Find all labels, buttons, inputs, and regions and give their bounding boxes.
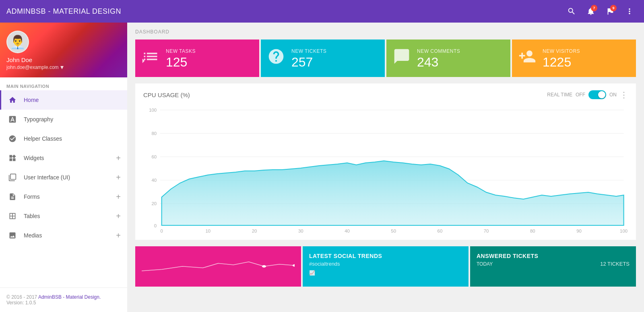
avatar: 👨‍💼 xyxy=(6,31,29,53)
social-trends-subtitle: #socialtrends xyxy=(309,261,462,267)
layout: 👨‍💼 John Doe john.doe@example.com ▾ MAIN… xyxy=(0,23,644,312)
nav-section-label: MAIN NAVIGATION xyxy=(0,77,127,90)
stat-card-tickets: NEW TICKETS 257 xyxy=(261,40,385,77)
bottom-cards: LATEST SOCIAL TRENDS #socialtrends 📈 ANS… xyxy=(135,246,636,287)
tickets-value: 257 xyxy=(291,56,378,69)
svg-text:0: 0 xyxy=(160,229,163,233)
answered-tickets-title: ANSWERED TICKETS xyxy=(477,253,630,259)
notifications-button[interactable]: 7 xyxy=(583,3,599,19)
ui-icon xyxy=(8,173,17,182)
stat-card-comments: NEW COMMENTS 243 xyxy=(386,40,510,77)
stat-card-visitors: NEW VISITORS 1225 xyxy=(512,40,636,77)
ui-expand-icon[interactable]: + xyxy=(116,173,121,182)
toggle-thumb xyxy=(598,91,605,98)
sidebar-item-helper-label: Helper Classes xyxy=(24,135,121,142)
social-trends-footer: 📈 xyxy=(309,270,462,276)
tables-expand-icon[interactable]: + xyxy=(116,212,121,221)
realtime-toggle[interactable] xyxy=(588,90,606,99)
medias-icon xyxy=(8,231,17,240)
notification-badge: 7 xyxy=(591,5,597,11)
widgets-expand-icon[interactable]: + xyxy=(116,154,121,163)
svg-text:20: 20 xyxy=(252,229,257,233)
footer-text: © 2016 - 2017 xyxy=(6,294,38,300)
svg-text:30: 30 xyxy=(298,229,303,233)
forms-icon xyxy=(8,192,17,202)
avatar-image: 👨‍💼 xyxy=(10,34,26,50)
typography-icon xyxy=(8,114,17,124)
tasks-icon xyxy=(142,48,159,69)
sidebar-item-typography-label: Typography xyxy=(24,116,121,123)
sidebar-item-helper-classes[interactable]: Helper Classes xyxy=(0,129,127,148)
visitors-value: 1225 xyxy=(543,56,630,69)
sidebar-item-ui-label: User Interface (UI) xyxy=(24,174,109,181)
bottom-card-answered-tickets: ANSWERED TICKETS TODAY 12 TICKETS xyxy=(470,246,636,287)
footer-version: Version: 1.0.5 xyxy=(6,300,36,306)
comments-info: NEW COMMENTS 243 xyxy=(417,48,504,69)
off-label: OFF xyxy=(576,92,585,98)
stat-cards: NEW TASKS 125 NEW TICKETS 257 xyxy=(135,40,636,77)
svg-text:60: 60 xyxy=(438,229,443,233)
svg-text:10: 10 xyxy=(206,229,211,233)
chevron-down-icon[interactable]: ▾ xyxy=(60,63,64,71)
answered-tickets-count: 12 TICKETS xyxy=(600,261,630,267)
sidebar: 👨‍💼 John Doe john.doe@example.com ▾ MAIN… xyxy=(0,23,127,312)
sidebar-item-medias-label: Medias xyxy=(24,232,109,239)
chart-title: CPU USAGE (%) xyxy=(143,92,547,98)
visitors-label: NEW VISITORS xyxy=(543,48,630,54)
forms-expand-icon[interactable]: + xyxy=(116,192,121,202)
bottom-card-pink xyxy=(135,246,301,287)
widgets-icon xyxy=(8,153,17,163)
sidebar-item-home-label: Home xyxy=(24,97,121,103)
username: John Doe xyxy=(6,56,121,63)
sidebar-item-typography[interactable]: Typography xyxy=(0,110,127,129)
stat-card-tasks: NEW TASKS 125 xyxy=(135,40,259,77)
svg-text:80: 80 xyxy=(530,229,535,233)
sidebar-user-area: 👨‍💼 John Doe john.doe@example.com ▾ xyxy=(0,23,127,77)
comments-icon xyxy=(393,48,411,69)
sidebar-item-widgets[interactable]: Widgets + xyxy=(0,148,127,168)
svg-text:20: 20 xyxy=(152,201,157,206)
svg-text:70: 70 xyxy=(484,229,489,233)
svg-point-24 xyxy=(293,264,295,267)
svg-text:40: 40 xyxy=(345,229,350,233)
sidebar-item-forms[interactable]: Forms + xyxy=(0,187,127,206)
realtime-label: REAL TIME xyxy=(547,92,572,98)
sidebar-item-forms-label: Forms xyxy=(24,193,109,200)
chart-header: CPU USAGE (%) REAL TIME OFF ON ⋮ xyxy=(143,90,628,100)
chart-card: CPU USAGE (%) REAL TIME OFF ON ⋮ 100 80 … xyxy=(135,83,636,240)
visitors-icon xyxy=(518,48,536,69)
answered-tickets-today: TODAY xyxy=(477,261,493,267)
tickets-icon xyxy=(267,48,285,69)
sidebar-item-home[interactable]: Home xyxy=(0,90,127,110)
topnav-actions: 7 9 xyxy=(564,3,638,19)
flag-button[interactable]: 9 xyxy=(602,3,618,19)
flag-badge: 9 xyxy=(610,5,617,11)
sidebar-item-tables[interactable]: Tables + xyxy=(0,206,127,226)
svg-text:100: 100 xyxy=(620,229,627,233)
footer-link[interactable]: AdminBSB - Material Design. xyxy=(38,294,101,300)
tasks-value: 125 xyxy=(166,56,253,69)
user-email: john.doe@example.com xyxy=(6,64,59,70)
svg-text:50: 50 xyxy=(391,229,396,233)
social-trends-arrow: 📈 xyxy=(309,270,315,276)
tickets-label: NEW TICKETS xyxy=(291,48,378,54)
topnav: ADMINBSB - MATERIAL DESIGN 7 9 xyxy=(0,0,644,23)
comments-label: NEW COMMENTS xyxy=(417,48,504,54)
app-title: ADMINBSB - MATERIAL DESIGN xyxy=(6,7,564,16)
svg-text:100: 100 xyxy=(149,108,157,112)
chart-more-icon[interactable]: ⋮ xyxy=(620,90,628,100)
sidebar-item-medias[interactable]: Medias + xyxy=(0,226,127,245)
sidebar-item-widgets-label: Widgets xyxy=(24,155,109,161)
sidebar-item-tables-label: Tables xyxy=(24,213,109,219)
tables-icon xyxy=(8,211,17,221)
sidebar-item-ui[interactable]: User Interface (UI) + xyxy=(0,168,127,187)
more-menu-button[interactable] xyxy=(621,3,638,19)
home-icon xyxy=(8,95,17,105)
medias-expand-icon[interactable]: + xyxy=(116,231,121,240)
svg-point-23 xyxy=(262,265,266,268)
search-button[interactable] xyxy=(564,3,580,19)
svg-text:40: 40 xyxy=(152,178,157,183)
svg-text:60: 60 xyxy=(152,154,157,159)
main-content: DASHBOARD NEW TASKS 125 xyxy=(127,23,644,312)
chart-controls: REAL TIME OFF ON ⋮ xyxy=(547,90,628,100)
